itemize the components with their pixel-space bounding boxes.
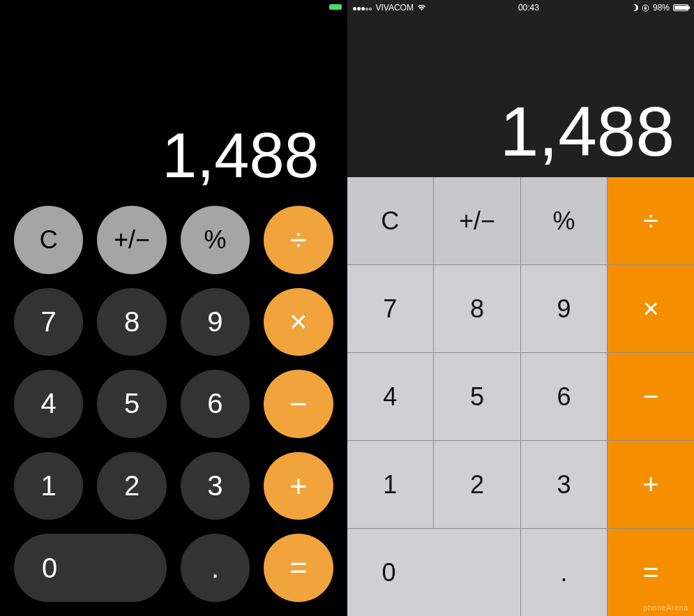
decimal-button[interactable]: .	[521, 529, 608, 616]
percent-button[interactable]: %	[521, 177, 608, 264]
digit-2-button[interactable]: 2	[434, 441, 520, 528]
orientation-lock-icon	[642, 4, 649, 12]
plus-button[interactable]: +	[608, 441, 694, 528]
sign-button[interactable]: +/−	[97, 206, 166, 274]
digit-6-button[interactable]: 6	[181, 370, 250, 438]
battery-percent-label: 98%	[653, 3, 670, 13]
digit-4-button[interactable]: 4	[14, 370, 83, 438]
clear-button[interactable]: C	[14, 206, 83, 274]
status-bar: VIVACOM 00:43 98%	[347, 0, 695, 15]
digit-3-button[interactable]: 3	[181, 452, 250, 520]
digit-7-button[interactable]: 7	[14, 288, 83, 356]
signal-strength-icon	[353, 3, 372, 13]
calculator-ios11: 1,488 C +/− % ÷ 7 8 9 × 4 5 6 − 1 2 3 + …	[0, 0, 347, 616]
keypad: C +/− % ÷ 7 8 9 × 4 5 6 − 1 2 3 + 0 . =	[0, 192, 347, 616]
battery-icon	[329, 4, 342, 10]
digit-4-button[interactable]: 4	[347, 353, 434, 440]
digit-9-button[interactable]: 9	[521, 265, 608, 352]
percent-button[interactable]: %	[181, 206, 250, 274]
multiply-button[interactable]: ×	[608, 265, 694, 352]
digit-5-button[interactable]: 5	[97, 370, 166, 438]
digit-6-button[interactable]: 6	[521, 353, 608, 440]
status-bar	[0, 0, 347, 14]
do-not-disturb-icon	[631, 4, 638, 11]
digit-0-button[interactable]: 0	[347, 529, 520, 616]
divide-button[interactable]: ÷	[264, 206, 333, 274]
digit-8-button[interactable]: 8	[97, 288, 166, 356]
digit-1-button[interactable]: 1	[14, 452, 83, 520]
equals-button[interactable]: =	[264, 534, 333, 602]
divide-button[interactable]: ÷	[608, 177, 694, 264]
watermark-label: phoneArena	[643, 603, 688, 612]
digit-1-button[interactable]: 1	[347, 441, 434, 528]
sign-button[interactable]: +/−	[434, 177, 520, 264]
wifi-icon	[417, 4, 426, 11]
digit-2-button[interactable]: 2	[97, 452, 166, 520]
digit-7-button[interactable]: 7	[347, 265, 434, 352]
digit-5-button[interactable]: 5	[434, 353, 520, 440]
calculator-ios10: VIVACOM 00:43 98% 1,488 C +/− % ÷ 7 8 9 …	[347, 0, 695, 616]
clear-button[interactable]: C	[347, 177, 434, 264]
minus-button[interactable]: −	[608, 353, 694, 440]
multiply-button[interactable]: ×	[264, 288, 333, 356]
plus-button[interactable]: +	[264, 452, 333, 520]
digit-0-button[interactable]: 0	[14, 534, 167, 602]
minus-button[interactable]: −	[264, 370, 333, 438]
carrier-label: VIVACOM	[376, 3, 414, 13]
calculator-display: 1,488	[0, 14, 347, 192]
digit-9-button[interactable]: 9	[181, 288, 250, 356]
svg-rect-1	[644, 8, 647, 10]
calculator-display: 1,488	[347, 15, 695, 177]
decimal-button[interactable]: .	[181, 534, 250, 602]
battery-icon	[673, 4, 688, 11]
digit-8-button[interactable]: 8	[434, 265, 520, 352]
keypad: C +/− % ÷ 7 8 9 × 4 5 6 − 1 2 3 + 0 . =	[347, 177, 695, 616]
digit-3-button[interactable]: 3	[521, 441, 608, 528]
clock-label: 00:43	[518, 3, 539, 13]
